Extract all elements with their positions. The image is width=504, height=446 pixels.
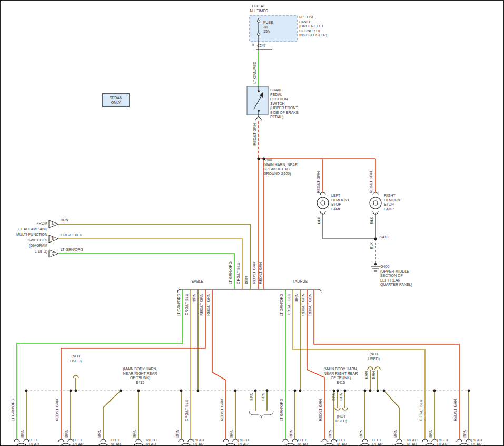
fuse-label: FUSE 28 15A	[263, 21, 273, 34]
wire-label-red-lt-grn: RED/LT GRN	[252, 262, 257, 284]
ground-symbol	[371, 267, 380, 271]
wire-label-red-lt-grn: RED/LT GRN	[319, 399, 323, 421]
wiring-diagram-canvas: HOT AT ALL TIMES FUSE 28 15A I/P FUSE PA…	[0, 0, 504, 446]
wire-label-brn: BRN	[65, 430, 70, 438]
wire-label-brn: BRN	[289, 430, 294, 438]
wire-label-red-lt-grn: RED/LT GRN	[200, 294, 204, 316]
rear-lamp-label: RIGHT REAR	[407, 438, 418, 446]
g400-ground-label: G400 (UPPER MIDDLE SECTION OF LEFT REAR …	[380, 265, 412, 287]
wire-label-org-lt-blu: ORG/LT BLU	[185, 400, 190, 421]
wire-label-lt-grn-org: LT GRN/ORG	[280, 399, 284, 421]
taurus-branch-label: TAURUS	[284, 279, 316, 284]
brake-switch-label: BRAKE PEDAL POSITION SWITCH (UPPER FRONT…	[270, 88, 299, 120]
from-headlamp-label: FROM HEADLAMP AND MULTI-FUNCTION SWITCHE…	[5, 221, 47, 254]
wire-label-red-lt-grn: RED/LT GRN	[259, 262, 263, 284]
wire-label-red-lt-grn: RED/LT GRN	[55, 399, 60, 421]
rear-lamp-label: RIGHT REAR	[146, 438, 157, 446]
wire-label-brn: BRN	[133, 430, 137, 438]
wire-label-org-lt-blu: ORG/LT BLU	[236, 263, 241, 284]
wire-label-red-lt-grn: RED/LT GRN	[253, 123, 258, 146]
sable-taurus-bracket	[177, 289, 321, 293]
brake-switch-box	[247, 86, 268, 115]
wire-label-red-lt-grn: RED/LT GRN	[308, 294, 313, 316]
pin-number-label: 8	[252, 43, 254, 47]
wire-label-org-lt-blu: ORG/LT BLU	[287, 294, 292, 315]
wire-label-lt-grn-org: LT GRN/ORG	[177, 294, 182, 316]
hot-at-all-times-label: HOT AT ALL TIMES	[241, 4, 276, 13]
wire-label-brn: BRN	[359, 430, 364, 438]
sable-branch-label: SABLE	[182, 279, 213, 284]
s418-splice-label: S418	[380, 235, 388, 240]
rear-lamp-label: RIGHT REAR	[193, 438, 205, 446]
wire-label-lt-grn-org: LT GRN/ORG	[11, 399, 16, 421]
wire-label-lt-grn-org: LT GRN/ORG	[61, 248, 83, 253]
wire-label-brn: BRN	[328, 430, 333, 438]
s415-splice-label-left: (MAIN BODY HARN, NEAR RIGHT REAR OF TRUN…	[113, 367, 167, 385]
connector-a-letter: A	[50, 222, 56, 227]
connector-b-letter: B	[50, 237, 56, 241]
wire-label-lt-grn-red: LT GRN/RED	[253, 62, 258, 84]
wire-label-brn: BRN	[332, 393, 337, 401]
wire-label-red-lt-grn: RED/LT GRN	[206, 294, 211, 316]
wire-label-red-lt-grn: RED/LT GRN	[301, 294, 306, 316]
wire-label-brn: BRN	[61, 218, 68, 223]
wire-label-org-lt-blu: ORG/LT BLU	[61, 233, 82, 238]
rear-lamp-label: LEFT REAR	[337, 438, 347, 446]
wire-label-brn: BRN	[97, 430, 102, 438]
wire-label-brn: BRN	[175, 430, 180, 438]
left-hi-mount-lamp-label: LEFT HI MOUNT STOP LAMP	[331, 193, 350, 211]
fuse-box	[250, 15, 297, 42]
s415-splice-label-right: (MAIN BODY HARN, NEAR RIGHT REAR OF TRUN…	[313, 367, 368, 385]
rear-lamp-label: RIGHT REAR	[238, 438, 250, 446]
wire-label-red-lt-grn: RED/LT GRN	[317, 171, 321, 193]
sable-branch-wires	[17, 290, 226, 439]
right-hi-mount-lamp-symbol	[370, 192, 381, 214]
wire-label-brn: BRN	[244, 276, 249, 284]
rear-lamp-label: LEFT REAR	[372, 438, 382, 446]
wire-label-brn: BRN	[364, 371, 369, 379]
wire-label-brn: BRN	[192, 294, 197, 302]
wire-label-org-lt-blu: ORG/LT BLU	[185, 294, 190, 315]
rear-lamp-label: LEFT REAR	[73, 438, 83, 446]
wire-label-red-lt-grn: RED/LT GRN	[369, 171, 374, 193]
ip-fuse-panel-label: I/P FUSE PANEL (UNDER LEFT CORNER OF INS…	[299, 15, 327, 38]
s308-splice-label: S308 (MAIN HARN, NEAR BREAKOUT TO GROUND…	[263, 158, 298, 176]
brn-drop-wires	[26, 391, 469, 439]
sedan-only-box: SEDAN ONLY	[102, 93, 130, 107]
rear-lamp-label: LEFT REAR	[29, 438, 39, 446]
rear-lamp-label: RIGHT REAR	[471, 438, 483, 446]
source-wires	[58, 224, 250, 289]
not-used-label-left: (NOT USED)	[64, 354, 87, 363]
wire-label-blk: BLK	[370, 217, 374, 224]
wire-label-brn: BRN	[429, 430, 433, 438]
rear-lamp-label: LEFT REAR	[298, 438, 308, 446]
wire-label-red-lt-grn: RED/LT GRN	[220, 399, 225, 421]
wire-label-brn: BRN	[393, 430, 398, 438]
wire-label-brn: BRN	[250, 393, 254, 401]
wire-label-lt-grn-org: LT GRN/ORG	[280, 294, 284, 316]
wire-label-red-lt-grn: RED/LT GRN	[453, 399, 458, 421]
wire-label-blk: BLK	[370, 242, 374, 249]
brake-switch-symbol	[247, 86, 268, 120]
connector-c-letter: C	[50, 251, 56, 256]
wire-label-brn: BRN	[339, 393, 344, 401]
wire-label-brn: BRN	[21, 430, 25, 438]
right-hi-mount-lamp-label: RIGHT HI MOUNT STOP LAMP	[384, 193, 402, 211]
wire-label-blk: BLK	[317, 217, 322, 224]
wire-label-brn: BRN	[294, 294, 299, 302]
wiring-lines	[1, 1, 504, 446]
connector-c247-label: C247	[257, 44, 266, 49]
wire-label-brn: BRN	[230, 430, 234, 438]
rear-lamp-label: RIGHT REAR	[437, 438, 449, 446]
not-used-label-bottom: (NOT USED)	[330, 414, 353, 423]
wire-label-brn: BRN	[463, 430, 468, 438]
left-hi-mount-lamp-symbol	[317, 192, 329, 214]
wire-label-lt-grn-org: LT GRN/ORG	[229, 261, 233, 284]
wire-label-org-lt-blu: ORG/LT BLU	[419, 400, 424, 421]
wire-label-brn: BRN	[372, 371, 377, 379]
wire-label-brn: BRN	[261, 393, 266, 401]
continuation-brace	[249, 411, 273, 418]
not-used-label-right: (NOT USED)	[362, 352, 386, 361]
rear-lamp-label: LEFT REAR	[111, 438, 121, 446]
